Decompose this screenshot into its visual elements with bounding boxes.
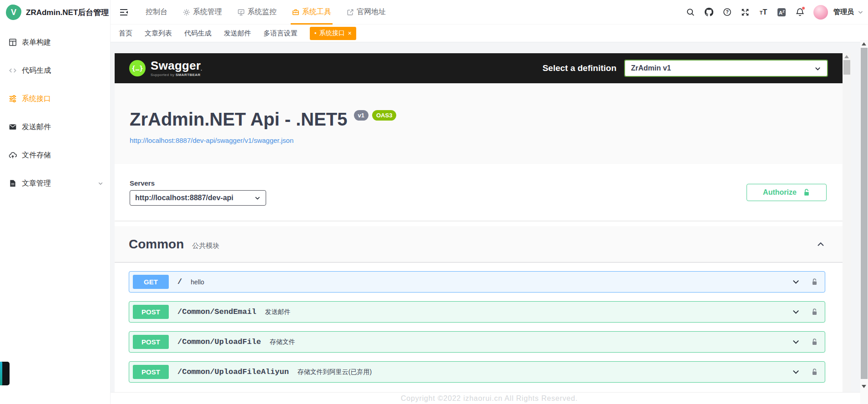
external-link-icon (347, 9, 354, 16)
nav-item-console[interactable]: 控制台 (138, 0, 175, 25)
api-path: /Common/UploadFile (177, 338, 261, 346)
section-title: Common (129, 237, 184, 252)
api-summary: hello (191, 278, 204, 286)
chevron-down-icon (792, 368, 800, 376)
api-operation-row[interactable]: POST /Common/UploadFile 存储文件 (129, 331, 825, 353)
top-menu: 控制台 系统管理 系统监控 系统工具 (138, 0, 394, 25)
tab-code-generate[interactable]: 代码生成 (184, 29, 212, 38)
nav-item-label: 系统管理 (193, 7, 222, 17)
sidebar-item-label: 表单构建 (22, 38, 51, 47)
nav-item-label: 系统监控 (247, 7, 277, 17)
chevron-up-icon (816, 240, 825, 249)
tab-bar: 首页 文章列表 代码生成 发送邮件 多语言设置 ● 系统接口 × (111, 25, 868, 42)
swagger-logo: {…} Swagger. Supported by SMARTBEAR (129, 60, 202, 77)
scroll-down-arrow[interactable] (862, 385, 866, 388)
swagger-wordmark: Swagger. (151, 60, 202, 71)
translate-icon[interactable]: A (773, 4, 790, 20)
notification-badge (802, 6, 805, 10)
servers-select[interactable]: http://localhost:8887/dev-api (130, 190, 266, 206)
swagger-ui: {…} Swagger. Supported by SMARTBEAR Sele… (115, 53, 851, 392)
lock-open-icon[interactable] (811, 308, 818, 316)
sidebar-item-label: 系统接口 (22, 94, 51, 104)
help-icon[interactable]: ? (719, 4, 735, 20)
sidebar-fold-icon[interactable] (116, 5, 131, 20)
fullscreen-icon[interactable] (737, 4, 753, 20)
servers-block: Servers http://localhost:8887/dev-api (130, 179, 266, 206)
bell-icon[interactable] (792, 4, 808, 20)
swagger-scrollbar (843, 53, 851, 392)
mail-icon (9, 123, 17, 131)
active-dot-icon: ● (314, 31, 317, 35)
definition-select[interactable]: ZrAdmin v1 (624, 60, 828, 77)
http-method-badge: POST (133, 305, 169, 319)
code-generate-icon (9, 66, 17, 75)
lock-open-icon[interactable] (811, 368, 818, 376)
github-icon[interactable] (701, 4, 717, 20)
toolbox-icon (292, 9, 299, 16)
avatar[interactable] (813, 5, 828, 20)
scroll-up-arrow[interactable] (862, 42, 866, 45)
scrollbar-thumb[interactable] (843, 60, 850, 75)
version-badge: v1 (354, 110, 368, 121)
definition-value: ZrAdmin v1 (631, 64, 671, 72)
chevron-down-icon[interactable] (858, 9, 863, 15)
chevron-down-icon (98, 181, 103, 186)
tab-article-list[interactable]: 文章列表 (145, 29, 172, 38)
nav-item-official-site[interactable]: 官网地址 (339, 0, 394, 25)
tab-label: 系统接口 (319, 29, 345, 37)
api-section: Common 公共模块 GET / hello POST (115, 226, 851, 383)
tab-system-api[interactable]: ● 系统接口 × (310, 27, 356, 40)
nav-item-label: 控制台 (146, 7, 167, 17)
api-operation-row[interactable]: GET / hello (129, 271, 825, 293)
sidebar-item-form-builder[interactable]: 表单构建 (0, 28, 110, 56)
tab-home[interactable]: 首页 (119, 29, 132, 38)
tab-i18n-settings[interactable]: 多语言设置 (263, 29, 298, 38)
sidebar-item-label: 代码生成 (22, 66, 51, 76)
sidebar-item-code-generate[interactable]: 代码生成 (0, 56, 110, 85)
user-name: 管理员 (833, 8, 854, 16)
sidebar-item-file-storage[interactable]: 文件存储 (0, 141, 110, 169)
sidebar-item-system-api[interactable]: 系统接口 (0, 85, 110, 113)
tab-send-mail[interactable]: 发送邮件 (224, 29, 251, 38)
api-path: / (177, 278, 182, 286)
spec-url-link[interactable]: http://localhost:8887/dev-api/swagger/v1… (130, 136, 293, 144)
servers-label: Servers (130, 179, 266, 187)
sidebar-item-article-manage[interactable]: 文章管理 (0, 169, 110, 197)
form-builder-icon (9, 38, 17, 46)
scroll-up-arrow[interactable] (844, 55, 849, 58)
chevron-down-icon (792, 338, 800, 346)
swagger-info: ZrAdmin.NET Api - .NET5v1OAS3 http://loc… (115, 83, 851, 164)
sidebar: V ZRAdmin.NET后台管理 表单构建 代码生成 系统接口 发送邮件 (0, 0, 111, 404)
app-logo: V (6, 5, 21, 20)
scrollbar-thumb[interactable] (861, 48, 868, 379)
swagger-topbar: {…} Swagger. Supported by SMARTBEAR Sele… (115, 53, 851, 83)
lock-open-icon (803, 188, 810, 197)
section-header[interactable]: Common 公共模块 (115, 226, 851, 263)
nav-item-system-manage[interactable]: 系统管理 (175, 0, 230, 25)
authorize-button[interactable]: Authorize (747, 184, 827, 201)
nav-item-system-tools[interactable]: 系统工具 (284, 0, 339, 25)
api-summary: 存储文件 (270, 338, 295, 346)
section-description: 公共模块 (192, 242, 219, 250)
api-operation-row[interactable]: POST /Common/SendEmail 发送邮件 (129, 301, 825, 323)
lock-open-icon[interactable] (811, 278, 818, 286)
lock-open-icon[interactable] (811, 338, 818, 346)
nav-item-system-monitor[interactable]: 系统监控 (230, 0, 284, 25)
chevron-down-icon (792, 308, 800, 316)
chevron-down-icon (254, 195, 261, 201)
api-operation-row[interactable]: POST /Common/UploadFileAliyun 存储文件到阿里云(已… (129, 361, 825, 383)
definition-label: Select a definition (542, 63, 616, 73)
sidebar-item-send-mail[interactable]: 发送邮件 (0, 113, 110, 141)
font-size-icon[interactable]: TT (755, 4, 772, 20)
search-icon[interactable] (682, 4, 699, 20)
app-logo-row: V ZRAdmin.NET后台管理 (0, 0, 110, 25)
http-method-badge: GET (133, 275, 169, 289)
close-icon[interactable]: × (348, 30, 352, 37)
http-method-badge: POST (133, 335, 169, 349)
api-summary: 发送邮件 (265, 308, 290, 316)
app-title: ZRAdmin.NET后台管理 (26, 7, 109, 18)
api-sliders-icon (9, 95, 17, 103)
api-title: ZrAdmin.NET Api - .NET5 (130, 109, 348, 129)
floating-widget[interactable] (0, 362, 10, 385)
main-area: 控制台 系统管理 系统监控 系统工具 (111, 0, 868, 404)
